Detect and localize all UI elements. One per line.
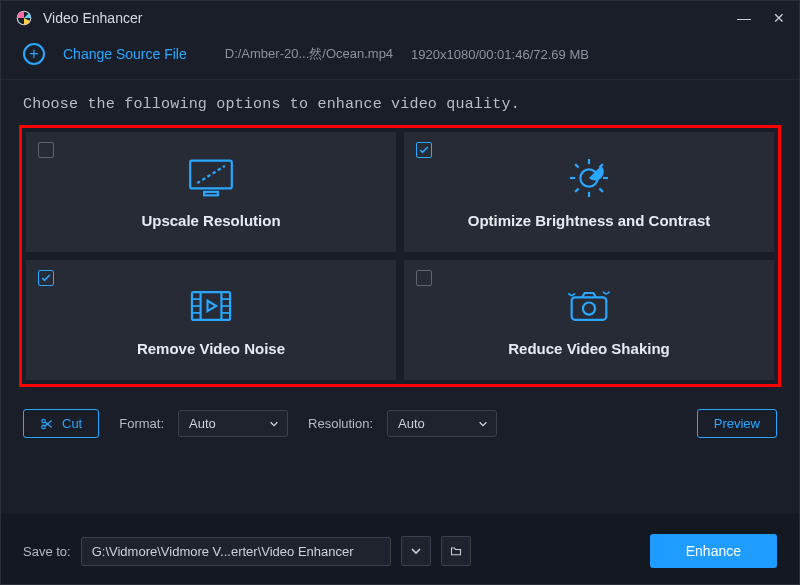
scissors-icon (40, 417, 54, 431)
resolution-select[interactable]: Auto (387, 410, 497, 437)
save-path-field[interactable]: G:\Vidmore\Vidmore V...erter\Video Enhan… (81, 537, 391, 566)
checkbox[interactable] (416, 270, 432, 286)
monitor-icon (185, 156, 237, 200)
chevron-down-icon (269, 419, 279, 429)
svg-line-11 (575, 188, 578, 191)
cut-button[interactable]: Cut (23, 409, 99, 438)
window-controls: — ✕ (737, 10, 785, 26)
source-meta: 1920x1080/00:01:46/72.69 MB (411, 47, 589, 62)
checkbox[interactable] (38, 142, 54, 158)
options-highlight: Upscale Resolution Optimize Brightness a… (19, 125, 781, 387)
svg-rect-1 (190, 160, 232, 188)
source-row: + Change Source File D:/Amber-20...然/Oce… (1, 35, 799, 80)
format-select[interactable]: Auto (178, 410, 288, 437)
save-path-dropdown[interactable] (401, 536, 431, 566)
resolution-value: Auto (398, 416, 425, 431)
option-label: Optimize Brightness and Contrast (468, 212, 711, 229)
app-icon (15, 9, 33, 27)
option-reduce-video-shaking[interactable]: Reduce Video Shaking (404, 260, 774, 380)
chevron-down-icon (478, 419, 488, 429)
option-label: Upscale Resolution (141, 212, 280, 229)
svg-rect-22 (572, 297, 607, 320)
save-row: Save to: G:\Vidmore\Vidmore V...erter\Vi… (1, 514, 799, 584)
format-label: Format: (119, 416, 164, 431)
svg-line-9 (575, 164, 578, 167)
app-window: Video Enhancer — ✕ + Change Source File … (0, 0, 800, 585)
cut-label: Cut (62, 416, 82, 431)
source-path: D:/Amber-20...然/Ocean.mp4 (225, 45, 393, 63)
open-folder-button[interactable] (441, 536, 471, 566)
option-upscale-resolution[interactable]: Upscale Resolution (26, 132, 396, 252)
instruction-text: Choose the following options to enhance … (1, 80, 799, 125)
window-title: Video Enhancer (43, 10, 727, 26)
film-icon (185, 284, 237, 328)
checkbox[interactable] (416, 142, 432, 158)
svg-point-23 (583, 302, 595, 314)
camera-shake-icon (563, 284, 615, 328)
controls-row: Cut Format: Auto Resolution: Auto Previe… (1, 387, 799, 438)
close-button[interactable]: ✕ (773, 10, 785, 26)
preview-button[interactable]: Preview (697, 409, 777, 438)
format-value: Auto (189, 416, 216, 431)
resolution-label: Resolution: (308, 416, 373, 431)
brightness-icon (563, 156, 615, 200)
svg-line-3 (197, 165, 225, 182)
option-label: Remove Video Noise (137, 340, 285, 357)
titlebar: Video Enhancer — ✕ (1, 1, 799, 35)
svg-line-10 (599, 188, 602, 191)
preview-label: Preview (714, 416, 760, 431)
option-optimize-brightness[interactable]: Optimize Brightness and Contrast (404, 132, 774, 252)
options-grid: Upscale Resolution Optimize Brightness a… (26, 132, 774, 380)
svg-rect-2 (204, 191, 218, 194)
checkbox[interactable] (38, 270, 54, 286)
option-remove-video-noise[interactable]: Remove Video Noise (26, 260, 396, 380)
minimize-button[interactable]: — (737, 10, 751, 26)
save-to-label: Save to: (23, 544, 71, 559)
enhance-button[interactable]: Enhance (650, 534, 777, 568)
option-label: Reduce Video Shaking (508, 340, 669, 357)
change-source-link[interactable]: Change Source File (63, 46, 187, 62)
plus-circle-icon[interactable]: + (23, 43, 45, 65)
